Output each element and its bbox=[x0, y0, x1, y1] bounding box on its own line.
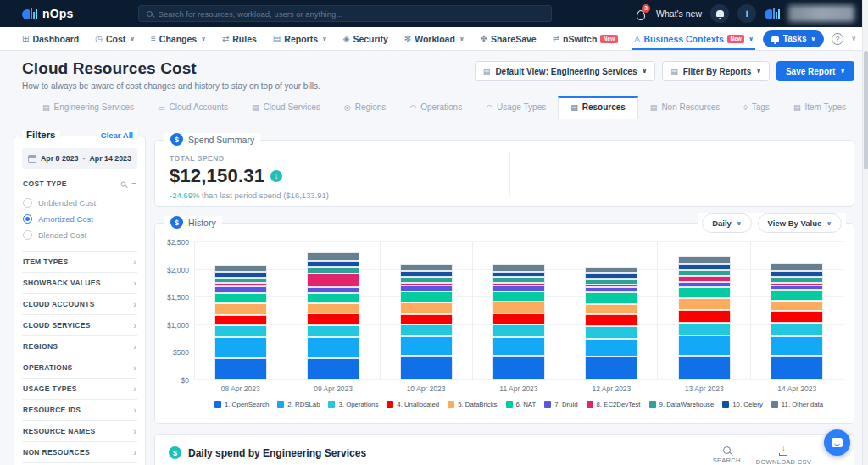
filter-section-operations[interactable]: OPERATIONS› bbox=[22, 357, 137, 378]
bar-segment-10-celery[interactable] bbox=[307, 261, 359, 267]
nops-logo[interactable]: nOps bbox=[22, 7, 74, 20]
bar-segment-10-celery[interactable] bbox=[678, 264, 731, 270]
filter-section-resource-names[interactable]: RESOURCE NAMES› bbox=[22, 420, 137, 441]
view-by-dropdown[interactable]: View By Value ∨ bbox=[758, 213, 842, 233]
global-search[interactable] bbox=[138, 5, 552, 22]
legend-item-5-databricks[interactable]: 5. DataBricks bbox=[448, 401, 497, 408]
bar-segment-3-operations[interactable] bbox=[214, 325, 267, 337]
date-range-picker[interactable]: Apr 8 2023 - Apr 14 2023 bbox=[22, 148, 137, 169]
bar-segment-5-databricks[interactable] bbox=[678, 298, 731, 310]
bar-segment-4-unallocated[interactable] bbox=[400, 314, 453, 324]
bar-segment-3-operations[interactable] bbox=[492, 324, 545, 337]
bar-segment-6-nat[interactable] bbox=[585, 292, 637, 304]
bar-segment-9-datawarehouse[interactable] bbox=[771, 277, 823, 283]
bar-segment-11-other-data[interactable] bbox=[400, 264, 453, 271]
filter-section-resource-ids[interactable]: RESOURCE IDS› bbox=[22, 399, 137, 420]
legend-item-6-nat[interactable]: 6. NAT bbox=[506, 401, 537, 408]
download-csv-button[interactable]: ↓ DOWNLOAD CSV bbox=[756, 446, 811, 465]
nav-item-reports[interactable]: ▤Reports∨ bbox=[273, 27, 327, 50]
bar-segment-7-druid[interactable] bbox=[307, 287, 359, 293]
bar-segment-5-databricks[interactable] bbox=[400, 302, 453, 314]
nav-item-workload[interactable]: ✻Workload∨ bbox=[404, 27, 465, 50]
bar-segment-8-ec2devtest[interactable] bbox=[678, 276, 731, 282]
tab-operations[interactable]: ◠Operations bbox=[398, 97, 474, 119]
page-scrollbar[interactable] bbox=[862, 0, 868, 465]
bar-segment-4-unallocated[interactable] bbox=[678, 310, 731, 323]
filter-section-item-types[interactable]: ITEM TYPES› bbox=[22, 251, 137, 272]
tab-usage-types[interactable]: ◠Usage Types bbox=[474, 97, 558, 119]
whats-new-link[interactable]: What's new bbox=[656, 8, 702, 19]
bar-segment-4-unallocated[interactable] bbox=[585, 314, 637, 326]
bar-segment-2-rdslab[interactable] bbox=[678, 335, 731, 356]
account-avatar[interactable] bbox=[765, 8, 780, 19]
filter-section-showback-values[interactable]: SHOWBACK VALUES› bbox=[22, 272, 137, 293]
bar-segment-11-other-data[interactable] bbox=[492, 264, 545, 272]
bar-segment-6-nat[interactable] bbox=[214, 293, 267, 303]
radio-unblended-cost[interactable]: Unblended Cost bbox=[22, 195, 137, 211]
bar-segment-3-operations[interactable] bbox=[400, 324, 453, 336]
bar-segment-9-datawarehouse[interactable] bbox=[400, 277, 453, 283]
legend-item-11-other-data[interactable]: 11. Other data bbox=[771, 401, 823, 408]
account-name-redacted[interactable] bbox=[788, 5, 854, 22]
whats-new-droplet-icon[interactable]: 3 bbox=[636, 8, 648, 20]
tab-cloud-accounts[interactable]: ▭Cloud Accounts bbox=[146, 97, 240, 119]
filter-section-regions[interactable]: REGIONS› bbox=[22, 335, 137, 357]
default-view-dropdown[interactable]: ▤ Default View: Engineering Services ∨ bbox=[475, 61, 655, 81]
nav-item-dashboard[interactable]: ⊞Dashboard bbox=[22, 27, 79, 50]
legend-item-9-datawarehouse[interactable]: 9. DataWarehouse bbox=[649, 401, 715, 408]
bar-segment-4-unallocated[interactable] bbox=[771, 311, 823, 323]
nav-item-business-contexts[interactable]: ◬Business ContextsNew∨ bbox=[634, 27, 754, 50]
filter-section-usage-types[interactable]: USAGE TYPES› bbox=[22, 378, 137, 399]
bar-segment-7-druid[interactable] bbox=[492, 285, 545, 291]
radio-blended-cost[interactable]: Blended Cost bbox=[22, 227, 137, 243]
bar-segment-8-ec2devtest[interactable] bbox=[307, 274, 359, 287]
nav-item-cost[interactable]: ◷Cost∨ bbox=[95, 27, 135, 50]
nav-item-rules[interactable]: ⇄Rules bbox=[222, 27, 257, 50]
bar-segment-10-celery[interactable] bbox=[214, 272, 267, 278]
bar-segment-5-databricks[interactable] bbox=[307, 303, 359, 313]
bar-segment-11-other-data[interactable] bbox=[214, 265, 267, 272]
tab-resources[interactable]: ▤Resources bbox=[558, 96, 638, 119]
tab-item-types[interactable]: ▤Item Types bbox=[782, 97, 858, 119]
bar-segment-2-rdslab[interactable] bbox=[492, 337, 545, 356]
bar-segment-4-unallocated[interactable] bbox=[214, 315, 267, 325]
table-search-button[interactable]: SEARCH bbox=[713, 446, 741, 465]
bar-segment-1-opensearch[interactable] bbox=[307, 358, 359, 380]
nav-item-nswitch[interactable]: ⇌nSwitchNew bbox=[553, 27, 618, 50]
bar-segment-11-other-data[interactable] bbox=[678, 256, 731, 264]
legend-item-4-unallocated[interactable]: 4. Unallocated bbox=[387, 401, 439, 408]
bar-segment-1-opensearch[interactable] bbox=[492, 356, 545, 380]
bar-segment-5-databricks[interactable] bbox=[771, 301, 823, 311]
bar-segment-11-other-data[interactable] bbox=[307, 252, 359, 261]
tab-non-resources[interactable]: ▤Non Resources bbox=[638, 97, 732, 119]
radio-amortized-cost[interactable]: Amortized Cost bbox=[22, 211, 137, 227]
create-new-button[interactable]: + bbox=[737, 4, 756, 23]
bar-segment-10-celery[interactable] bbox=[585, 273, 637, 279]
nav-item-changes[interactable]: ≡Changes∨ bbox=[151, 27, 206, 50]
bar-segment-10-celery[interactable] bbox=[771, 271, 823, 277]
tab-engineering-services[interactable]: ▤Engineering Services bbox=[31, 97, 146, 119]
bar-segment-6-nat[interactable] bbox=[400, 291, 453, 302]
bar-segment-1-opensearch[interactable] bbox=[400, 356, 453, 380]
bar-segment-2-rdslab[interactable] bbox=[400, 336, 453, 356]
chat-widget-button[interactable] bbox=[824, 429, 850, 456]
collapse-section-icon[interactable]: − bbox=[131, 180, 136, 188]
clear-all-link[interactable]: Clear All bbox=[97, 130, 137, 140]
bar-segment-2-rdslab[interactable] bbox=[585, 339, 637, 357]
filter-section-cloud-accounts[interactable]: CLOUD ACCOUNTS› bbox=[22, 293, 137, 314]
global-search-input[interactable] bbox=[159, 9, 543, 19]
tasks-button[interactable]: Tasks ∨ bbox=[763, 30, 824, 47]
bar-segment-1-opensearch[interactable] bbox=[214, 358, 267, 380]
bar-segment-5-databricks[interactable] bbox=[585, 304, 637, 314]
bar-segment-3-operations[interactable] bbox=[678, 323, 731, 335]
legend-item-7-druid[interactable]: 7. Druid bbox=[544, 401, 577, 408]
bar-segment-7-druid[interactable] bbox=[400, 285, 453, 291]
bar-segment-1-opensearch[interactable] bbox=[771, 356, 823, 380]
legend-item-8-ec2devtest[interactable]: 8. EC2DevTest bbox=[587, 401, 641, 408]
nav-collapse-chevron-icon[interactable]: ∨ bbox=[851, 35, 856, 42]
filter-by-reports-dropdown[interactable]: ▤ Filter By Reports ∨ bbox=[662, 61, 770, 81]
legend-item-2-rdslab[interactable]: 2. RDSLab bbox=[277, 401, 320, 408]
bar-segment-4-unallocated[interactable] bbox=[492, 313, 545, 324]
tab-regions[interactable]: ◎Regions bbox=[332, 97, 398, 119]
bar-segment-2-rdslab[interactable] bbox=[307, 337, 359, 358]
